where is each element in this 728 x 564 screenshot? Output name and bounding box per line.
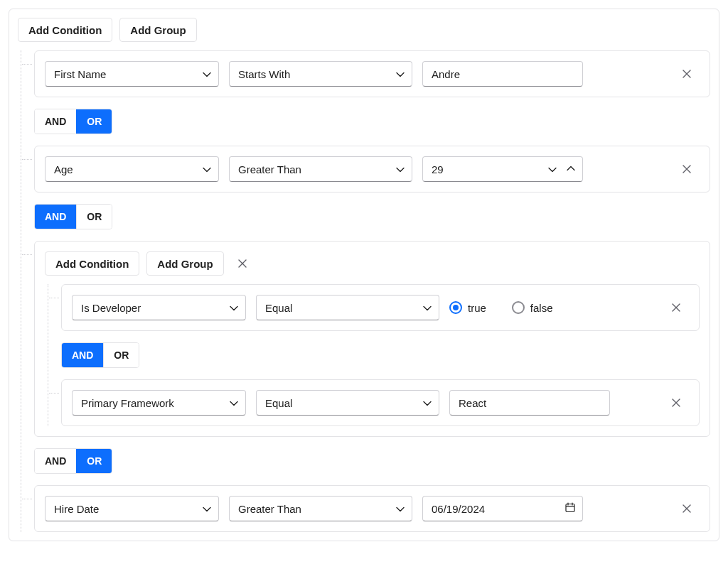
field-value: Hire Date: [54, 503, 99, 515]
condition-row: Primary Framework Equal React: [61, 379, 700, 426]
connector-toggle: AND OR: [34, 448, 112, 474]
root-body: First Name Starts With Andre AND OR Age: [21, 50, 710, 532]
connector-and[interactable]: AND: [35, 205, 76, 229]
query-builder: Add Condition Add Group First Name Start…: [9, 9, 719, 541]
connector-toggle: AND OR: [34, 204, 112, 229]
condition-row: Age Greater Than 29: [34, 146, 710, 192]
close-icon: [238, 259, 247, 268]
field-select[interactable]: First Name: [45, 61, 219, 87]
value-text: React: [459, 397, 486, 409]
chevron-down-icon: [230, 397, 238, 409]
remove-condition-button[interactable]: [669, 396, 683, 410]
close-icon: [672, 398, 680, 407]
calendar-icon[interactable]: [565, 502, 575, 515]
add-group-button[interactable]: Add Group: [119, 18, 196, 42]
group-header: Add Condition Add Group: [45, 251, 700, 276]
operator-value: Starts With: [238, 68, 290, 80]
operator-select[interactable]: Greater Than: [229, 496, 412, 521]
field-select[interactable]: Primary Framework: [72, 390, 246, 416]
condition-row: First Name Starts With Andre: [34, 50, 710, 97]
connector-and[interactable]: AND: [35, 109, 76, 134]
field-value: Primary Framework: [81, 397, 174, 409]
chevron-down-icon: [203, 163, 211, 175]
remove-condition-button[interactable]: [680, 162, 694, 176]
connector-or[interactable]: OR: [103, 343, 139, 367]
add-condition-button[interactable]: Add Condition: [18, 18, 112, 42]
remove-condition-button[interactable]: [669, 300, 683, 315]
operator-select[interactable]: Equal: [256, 390, 439, 416]
close-icon: [682, 504, 691, 513]
close-icon: [672, 303, 680, 312]
radio-icon: [449, 301, 462, 314]
remove-condition-button[interactable]: [680, 67, 694, 81]
chevron-down-icon: [396, 163, 405, 175]
field-select[interactable]: Hire Date: [45, 496, 219, 521]
connector-or[interactable]: OR: [76, 109, 112, 134]
chevron-down-icon: [423, 302, 432, 314]
connector-toggle: AND OR: [61, 342, 139, 368]
field-value: Is Developer: [81, 302, 141, 314]
chevron-down-icon: [396, 503, 405, 515]
operator-select[interactable]: Starts With: [229, 61, 412, 87]
field-value: Age: [54, 163, 73, 175]
condition-row: Hire Date Greater Than 06/19/2024: [34, 485, 710, 532]
add-condition-button[interactable]: Add Condition: [45, 251, 139, 276]
radio-false[interactable]: false: [512, 301, 553, 314]
connector-or[interactable]: OR: [76, 449, 112, 473]
operator-value: Greater Than: [238, 503, 301, 515]
operator-value: Equal: [265, 302, 292, 314]
radio-true[interactable]: true: [449, 301, 486, 314]
field-select[interactable]: Is Developer: [72, 295, 246, 320]
chevron-down-icon: [230, 302, 238, 314]
operator-value: Equal: [265, 397, 292, 409]
field-value: First Name: [54, 68, 106, 80]
condition-group: Add Condition Add Group Is Developer Equ…: [34, 241, 710, 437]
close-icon: [682, 165, 691, 173]
chevron-down-icon: [203, 68, 211, 80]
remove-group-button[interactable]: [235, 256, 250, 271]
condition-row: Is Developer Equal true false: [61, 284, 700, 331]
remove-condition-button[interactable]: [680, 501, 694, 516]
connector-toggle: AND OR: [34, 109, 112, 134]
operator-value: Greater Than: [238, 163, 301, 175]
value-text: 06/19/2024: [432, 503, 485, 515]
value-text: 29: [432, 163, 444, 175]
connector-and[interactable]: AND: [62, 343, 103, 367]
spinner-down-button[interactable]: [548, 163, 557, 175]
operator-select[interactable]: Equal: [256, 295, 439, 320]
operator-select[interactable]: Greater Than: [229, 156, 412, 182]
chevron-down-icon: [423, 397, 432, 409]
value-number-input[interactable]: 29: [422, 156, 583, 182]
close-icon: [682, 70, 691, 78]
value-text: Andre: [432, 68, 460, 80]
root-header: Add Condition Add Group: [18, 18, 710, 42]
value-date-input[interactable]: 06/19/2024: [422, 496, 583, 521]
group-body: Is Developer Equal true false: [48, 284, 700, 426]
chevron-down-icon: [203, 503, 211, 515]
connector-and[interactable]: AND: [35, 449, 76, 473]
field-select[interactable]: Age: [45, 156, 219, 182]
value-input[interactable]: Andre: [422, 61, 583, 87]
chevron-down-icon: [396, 68, 405, 80]
add-group-button[interactable]: Add Group: [146, 251, 223, 276]
radio-icon: [512, 301, 525, 314]
radio-label: false: [530, 302, 553, 314]
spinner-up-button[interactable]: [567, 163, 575, 175]
connector-or[interactable]: OR: [76, 205, 112, 229]
radio-label: true: [468, 302, 486, 314]
value-input[interactable]: React: [449, 390, 610, 416]
